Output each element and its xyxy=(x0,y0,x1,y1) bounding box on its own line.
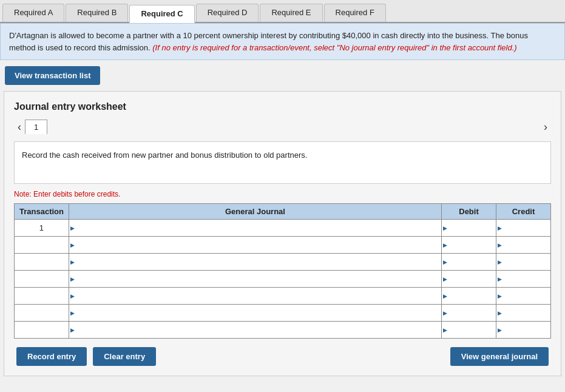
table-row xyxy=(15,254,551,271)
debit-input-3[interactable] xyxy=(442,254,496,270)
note-text: Note: Enter debits before credits. xyxy=(14,190,551,198)
debit-input-cell-7[interactable] xyxy=(442,322,496,339)
col-header-general-journal: General Journal xyxy=(69,204,441,220)
general-journal-input-cell-6[interactable] xyxy=(69,305,441,322)
transaction-num-3 xyxy=(15,254,69,271)
general-journal-input-cell-7[interactable] xyxy=(69,322,441,339)
view-transaction-button[interactable]: View transaction list xyxy=(5,66,100,85)
credit-input-4[interactable] xyxy=(496,271,550,287)
tab-required-b[interactable]: Required B xyxy=(66,4,128,22)
debit-input-cell-2[interactable] xyxy=(442,237,496,254)
info-red-text: (If no entry is required for a transacti… xyxy=(152,43,516,52)
credit-input-6[interactable] xyxy=(496,305,550,321)
description-text: Record the cash received from new partne… xyxy=(22,150,307,160)
credit-input-3[interactable] xyxy=(496,254,550,270)
worksheet-nav: ‹ 1 › xyxy=(14,120,551,134)
credit-input-cell-7[interactable] xyxy=(496,322,551,339)
debit-input-cell-3[interactable] xyxy=(442,254,496,271)
credit-input-5[interactable] xyxy=(496,288,550,304)
general-journal-input-6[interactable] xyxy=(69,305,441,321)
table-row xyxy=(15,237,551,254)
general-journal-input-cell-1[interactable] xyxy=(69,220,441,237)
debit-input-7[interactable] xyxy=(442,322,496,338)
general-journal-input-4[interactable] xyxy=(69,271,441,287)
credit-input-7[interactable] xyxy=(496,322,550,338)
general-journal-input-cell-2[interactable] xyxy=(69,237,441,254)
debit-input-4[interactable] xyxy=(442,271,496,287)
debit-input-1[interactable] xyxy=(442,220,496,236)
clear-entry-button[interactable]: Clear entry xyxy=(93,347,156,366)
transaction-num-6 xyxy=(15,305,69,322)
tab-required-a[interactable]: Required A xyxy=(2,4,64,22)
record-entry-button[interactable]: Record entry xyxy=(16,347,87,366)
general-journal-input-1[interactable] xyxy=(69,220,441,236)
worksheet-title: Journal entry worksheet xyxy=(14,101,551,112)
transaction-num-7 xyxy=(15,322,69,339)
tab-required-c[interactable]: Required C xyxy=(129,5,194,23)
col-header-transaction: Transaction xyxy=(15,204,69,220)
debit-input-2[interactable] xyxy=(442,237,496,253)
general-journal-input-2[interactable] xyxy=(69,237,441,253)
general-journal-input-5[interactable] xyxy=(69,288,441,304)
general-journal-input-cell-4[interactable] xyxy=(69,271,441,288)
table-row xyxy=(15,305,551,322)
transaction-num-1: 1 xyxy=(15,220,69,237)
transaction-num-4 xyxy=(15,271,69,288)
table-row xyxy=(15,288,551,305)
credit-input-cell-5[interactable] xyxy=(496,288,551,305)
table-row xyxy=(15,271,551,288)
col-header-debit: Debit xyxy=(442,204,496,220)
debit-input-cell-4[interactable] xyxy=(442,271,496,288)
table-row: 1 xyxy=(15,220,551,237)
debit-input-cell-1[interactable] xyxy=(442,220,496,237)
tab-bar: Required A Required B Required C Require… xyxy=(0,0,565,23)
tab-required-d[interactable]: Required D xyxy=(196,4,259,22)
general-journal-input-cell-5[interactable] xyxy=(69,288,441,305)
general-journal-input-7[interactable] xyxy=(69,322,441,338)
general-journal-input-3[interactable] xyxy=(69,254,441,270)
transaction-num-5 xyxy=(15,288,69,305)
credit-input-cell-2[interactable] xyxy=(496,237,551,254)
journal-entry-worksheet: Journal entry worksheet ‹ 1 › Record the… xyxy=(4,91,561,376)
info-box: D'Artagnan is allowed to become a partne… xyxy=(0,23,565,60)
prev-page-button[interactable]: ‹ xyxy=(14,121,25,133)
debit-input-6[interactable] xyxy=(442,305,496,321)
credit-input-cell-1[interactable] xyxy=(496,220,551,237)
bottom-buttons: Record entry Clear entry View general jo… xyxy=(14,347,551,366)
credit-input-cell-4[interactable] xyxy=(496,271,551,288)
transaction-num-2 xyxy=(15,237,69,254)
credit-input-2[interactable] xyxy=(496,237,550,253)
general-journal-input-cell-3[interactable] xyxy=(69,254,441,271)
credit-input-cell-6[interactable] xyxy=(496,305,551,322)
debit-input-cell-5[interactable] xyxy=(442,288,496,305)
page-number: 1 xyxy=(25,120,47,134)
tab-required-e[interactable]: Required E xyxy=(260,4,322,22)
description-box: Record the cash received from new partne… xyxy=(14,141,551,184)
col-header-credit: Credit xyxy=(496,204,551,220)
next-page-button[interactable]: › xyxy=(540,121,551,133)
table-row xyxy=(15,322,551,339)
credit-input-1[interactable] xyxy=(496,220,550,236)
journal-table: Transaction General Journal Debit Credit… xyxy=(14,203,551,339)
tab-required-f[interactable]: Required F xyxy=(324,4,386,22)
debit-input-5[interactable] xyxy=(442,288,496,304)
debit-input-cell-6[interactable] xyxy=(442,305,496,322)
view-general-journal-button[interactable]: View general journal xyxy=(450,347,549,366)
credit-input-cell-3[interactable] xyxy=(496,254,551,271)
